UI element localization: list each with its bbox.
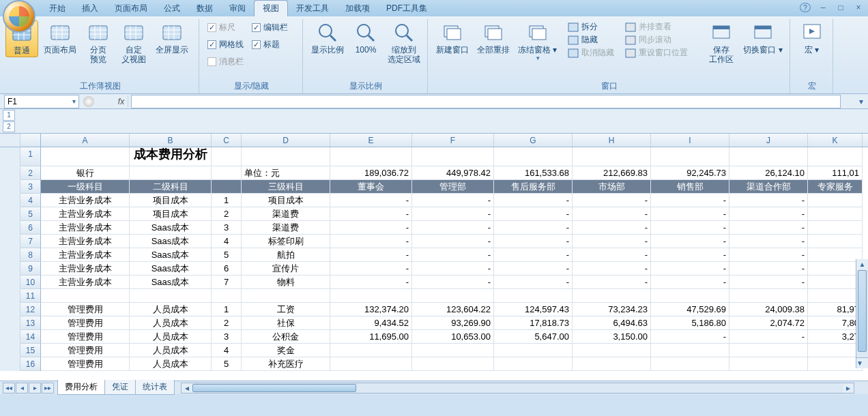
tab-开始[interactable]: 开始 (41, 1, 74, 16)
cell-K6[interactable] (808, 221, 863, 235)
cell-E11[interactable] (330, 289, 412, 303)
cell-I14[interactable]: - (651, 330, 729, 344)
sheet-nav-last[interactable]: ▸▸ (42, 383, 54, 393)
row-header-8[interactable]: 8 (20, 248, 41, 262)
view-btn-自定义视图[interactable]: 自定 义视图 (117, 20, 150, 65)
scroll-right-icon[interactable]: ▸ (843, 383, 854, 393)
cell-E7[interactable]: - (330, 235, 412, 248)
cell-A3[interactable]: 一级科目 (41, 180, 130, 194)
cell-B9[interactable]: Saas成本 (130, 262, 212, 276)
macros-button[interactable]: 宏 ▾ (796, 20, 828, 56)
cell-J5[interactable]: - (729, 207, 808, 221)
cell-I10[interactable]: - (651, 276, 729, 289)
cell-F14[interactable]: 10,653.00 (412, 330, 494, 344)
cell-E3[interactable]: 董事会 (330, 180, 412, 194)
cell-A2[interactable]: 银行 (41, 166, 130, 180)
cell-G15[interactable] (494, 344, 573, 357)
cell-D14[interactable]: 公积金 (242, 330, 330, 344)
cell-E12[interactable]: 132,374.20 (330, 303, 412, 316)
formula-input[interactable] (131, 95, 841, 108)
cell-G4[interactable]: - (494, 194, 573, 207)
cell-D12[interactable]: 工资 (242, 303, 330, 316)
zoom-btn-显示比例[interactable]: 显示比例 (308, 20, 347, 56)
cell-B12[interactable]: 人员成本 (130, 303, 212, 316)
cell-E5[interactable]: - (330, 207, 412, 221)
cell-D10[interactable]: 物料 (242, 276, 330, 289)
cell-C1[interactable] (212, 147, 242, 166)
name-box[interactable]: F1 ▾ (4, 95, 79, 108)
cell-K9[interactable] (808, 262, 863, 276)
window-btn-冻结窗格[interactable]: 冻结窗格 ▾ (515, 20, 560, 63)
cell-B3[interactable]: 二级科目 (130, 180, 212, 194)
cell-K16[interactable] (808, 357, 863, 371)
cell-A11[interactable] (41, 289, 130, 303)
cell-F1[interactable] (412, 147, 494, 166)
horizontal-scroll-thumb[interactable] (192, 384, 356, 392)
vertical-scrollbar[interactable]: ▲ ▼ (856, 259, 868, 368)
cell-G16[interactable] (494, 357, 573, 371)
cell-E6[interactable]: - (330, 221, 412, 235)
cell-C4[interactable]: 1 (212, 194, 242, 207)
cell-I4[interactable]: - (651, 194, 729, 207)
cell-G7[interactable]: - (494, 235, 573, 248)
row-header-9[interactable]: 9 (20, 262, 41, 276)
cell-H15[interactable] (573, 344, 651, 357)
cell-H12[interactable]: 73,234.23 (573, 303, 651, 316)
tab-加载项[interactable]: 加载项 (337, 1, 378, 16)
sheet-nav-first[interactable]: ◂◂ (3, 383, 15, 393)
cell-E13[interactable]: 9,434.52 (330, 316, 412, 330)
cell-A16[interactable]: 管理费用 (41, 357, 130, 371)
cell-J8[interactable]: - (729, 248, 808, 262)
cell-E14[interactable]: 11,695.00 (330, 330, 412, 344)
cell-E1[interactable] (330, 147, 412, 166)
column-header-B[interactable]: B (130, 134, 212, 147)
cell-C5[interactable]: 2 (212, 207, 242, 221)
cell-H5[interactable]: - (573, 207, 651, 221)
cell-G12[interactable]: 124,597.43 (494, 303, 573, 316)
column-header-D[interactable]: D (242, 134, 330, 147)
cell-C13[interactable]: 2 (212, 316, 242, 330)
view-btn-分页预览[interactable]: 分页 预览 (82, 20, 115, 65)
cell-E8[interactable]: - (330, 248, 412, 262)
cell-C12[interactable]: 1 (212, 303, 242, 316)
cell-F6[interactable]: - (412, 221, 494, 235)
cell-F2[interactable]: 449,978.42 (412, 166, 494, 180)
cell-I15[interactable] (651, 344, 729, 357)
cell-K15[interactable] (808, 344, 863, 357)
column-header-I[interactable]: I (651, 134, 729, 147)
cell-A7[interactable]: 主营业务成本 (41, 235, 130, 248)
cell-D6[interactable]: 渠道费 (242, 221, 330, 235)
tab-开发工具[interactable]: 开发工具 (288, 1, 337, 16)
horizontal-scrollbar[interactable]: ◂ ▸ (181, 383, 854, 393)
tab-页面布局[interactable]: 页面布局 (106, 1, 156, 16)
tab-插入[interactable]: 插入 (74, 1, 106, 16)
cell-I8[interactable]: - (651, 248, 729, 262)
cell-B6[interactable]: Saas成本 (130, 221, 212, 235)
cell-G1[interactable] (494, 147, 573, 166)
checkbox-网格线[interactable]: ✓网格线 (205, 38, 246, 52)
tab-数据[interactable]: 数据 (188, 1, 221, 16)
cell-K13[interactable]: 7,80 (808, 316, 863, 330)
cell-I16[interactable] (651, 357, 729, 371)
column-header-F[interactable]: F (412, 134, 494, 147)
cell-F5[interactable]: - (412, 207, 494, 221)
row-header-5[interactable]: 5 (20, 207, 41, 221)
cell-B5[interactable]: 项目成本 (130, 207, 212, 221)
tab-PDF工具集[interactable]: PDF工具集 (378, 1, 435, 16)
cell-D2[interactable]: 单位：元 (242, 166, 330, 180)
cell-F16[interactable] (412, 357, 494, 371)
cell-H7[interactable]: - (573, 235, 651, 248)
row-header-13[interactable]: 13 (20, 316, 41, 330)
cell-F3[interactable]: 管理部 (412, 180, 494, 194)
cell-A12[interactable]: 管理费用 (41, 303, 130, 316)
cell-A5[interactable]: 主营业务成本 (41, 207, 130, 221)
sheet-nav-prev[interactable]: ◂ (16, 383, 28, 393)
scroll-up-icon[interactable]: ▲ (856, 259, 868, 270)
cell-D11[interactable] (242, 289, 330, 303)
cell-F11[interactable] (412, 289, 494, 303)
cell-K10[interactable] (808, 276, 863, 289)
cell-J4[interactable]: - (729, 194, 808, 207)
cell-G6[interactable]: - (494, 221, 573, 235)
cell-I1[interactable] (651, 147, 729, 166)
scroll-left-icon[interactable]: ◂ (182, 383, 192, 393)
